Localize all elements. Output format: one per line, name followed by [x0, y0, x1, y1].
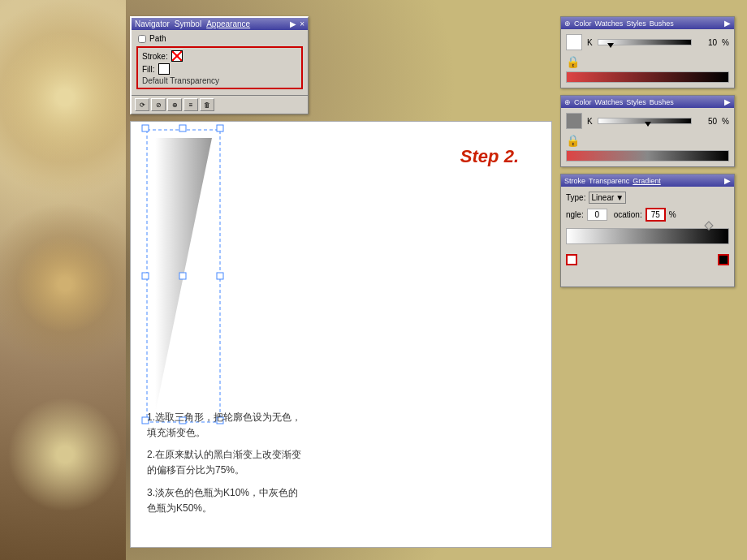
navigator-tab[interactable]: Navigator — [135, 19, 170, 28]
styles-tab-1[interactable]: Styles — [626, 19, 646, 28]
gradient-stop-left[interactable] — [566, 254, 577, 265]
bushes-tab-2[interactable]: Bushes — [650, 98, 674, 106]
appearance-tab[interactable]: Appearance — [206, 19, 250, 28]
percent-2: % — [722, 117, 729, 126]
default-transparency: Default Transparency — [142, 76, 297, 85]
path-label-row: Path — [136, 33, 303, 44]
right-panels: ⊕ Color Watches Styles Bushes ▶ K 10 % — [560, 16, 735, 548]
location-percent: % — [669, 210, 676, 219]
stroke-tab[interactable]: Stroke — [564, 177, 585, 185]
gradient-panel-arrow[interactable]: ▶ — [724, 176, 731, 185]
handle-tl[interactable] — [142, 125, 149, 131]
angle-location-row: ngle: 0 ocation: 75 % — [566, 208, 729, 222]
color-tab-1-label[interactable]: Color — [574, 19, 592, 28]
location-label: ocation: — [614, 210, 642, 219]
color-panel-1-body: K 10 % 🔒 — [561, 29, 734, 88]
type-label: Type: — [566, 193, 585, 202]
angle-value[interactable]: 0 — [587, 209, 607, 221]
handle-mr[interactable] — [179, 273, 186, 279]
appearance-panel-body: Path Stroke: Fill: Default Transparency — [132, 30, 308, 95]
gray-swatch-2[interactable] — [566, 113, 582, 129]
gradient-stop-right[interactable] — [718, 254, 729, 265]
color-panel-1: ⊕ Color Watches Styles Bushes ▶ K 10 % — [560, 16, 735, 88]
color-panel-2-titlebar: ⊕ Color Watches Styles Bushes ▶ — [561, 96, 734, 108]
color-slider-1[interactable] — [598, 39, 692, 45]
gradient-stop-row — [566, 254, 729, 265]
gradient-body: Type: Linear ▼ ngle: 0 ocation: 75 % — [561, 187, 734, 286]
transparency-tab[interactable]: Transparenc — [589, 177, 629, 185]
lock-icon-2: 🔒 — [566, 134, 580, 147]
gradient-tab[interactable]: Gradient — [633, 177, 661, 185]
angle-label: ngle: — [566, 210, 584, 219]
percent-1: % — [722, 38, 729, 47]
instruction-3: 3.淡灰色的色瓶为K10%，中灰色的 色瓶为K50%。 — [147, 485, 535, 516]
fill-label: Fill: — [142, 65, 155, 74]
toolbar-btn-2[interactable]: ⊘ — [151, 98, 166, 111]
toolbar-btn-4[interactable]: ≡ — [184, 98, 198, 111]
instruction-1: 1.选取三角形，把轮廓色设为无色， 填充渐变色。 — [147, 410, 535, 441]
appearance-panel: Navigator Symbol Appearance ▶ × Path Str… — [130, 16, 309, 114]
white-swatch-1[interactable] — [566, 34, 582, 50]
panel-close-icon[interactable]: × — [300, 19, 304, 28]
appearance-panel-titlebar: Navigator Symbol Appearance ▶ × — [132, 18, 308, 30]
k-label-2: K — [587, 117, 593, 126]
dropdown-arrow: ▼ — [615, 193, 624, 202]
drawing-canvas: Step 2. 1.选取三角形，把轮廓色设为无色， 填充渐变色。 2.在原来默认… — [130, 121, 552, 548]
watches-tab-1[interactable]: Watches — [595, 19, 624, 28]
gradient-panel-titlebar: Stroke Transparenc Gradient ▶ — [561, 174, 734, 187]
color-panel-1-titlebar: ⊕ Color Watches Styles Bushes ▶ — [561, 17, 734, 29]
toolbar-btn-5[interactable]: 🗑 — [200, 98, 214, 111]
canvas-area: Navigator Symbol Appearance ▶ × Path Str… — [130, 16, 552, 548]
color-value-1: 10 — [697, 38, 717, 47]
color-row-1: K 10 % — [566, 34, 729, 50]
path-checkbox[interactable] — [138, 35, 146, 43]
type-row: Type: Linear ▼ — [566, 192, 729, 204]
fill-swatch[interactable] — [158, 63, 170, 75]
gradient-full-bar — [566, 228, 729, 244]
color-value-2: 50 — [697, 117, 717, 126]
color-panel-2: ⊕ Color Watches Styles Bushes ▶ K 50 % — [560, 95, 735, 167]
gradient-bar-2 — [566, 150, 729, 162]
color-panel-2-body: K 50 % 🔒 — [561, 108, 734, 166]
path-label: Path — [149, 34, 166, 43]
handle-ml[interactable] — [142, 273, 149, 279]
k-label-1: K — [587, 38, 593, 47]
toolbar-btn-1[interactable]: ⟳ — [135, 98, 149, 111]
lock-icon-1: 🔒 — [566, 55, 580, 68]
stroke-label: Stroke: — [142, 52, 168, 61]
stroke-swatch[interactable] — [171, 50, 183, 62]
location-value[interactable]: 75 — [646, 208, 666, 222]
watches-tab-2[interactable]: Watches — [595, 98, 624, 106]
type-value: Linear — [591, 193, 614, 202]
color-panel-2-arrow[interactable]: ▶ — [724, 97, 731, 106]
gradient-bar-inner-1 — [566, 71, 729, 83]
main-content: Navigator Symbol Appearance ▶ × Path Str… — [130, 16, 735, 548]
color-slider-2[interactable] — [598, 118, 692, 124]
styles-tab-2[interactable]: Styles — [626, 98, 646, 106]
toolbar-btn-3[interactable]: ⊕ — [167, 98, 182, 111]
gradient-bar-inner-2 — [566, 150, 729, 162]
handle-mr2[interactable] — [217, 273, 223, 279]
bushes-tab-1[interactable]: Bushes — [650, 19, 674, 28]
symbol-tab[interactable]: Symbol — [175, 19, 201, 28]
color-panel-1-arrow[interactable]: ▶ — [724, 19, 731, 28]
instruction-2: 2.在原来默认的黑白渐变上改变渐变 的偏移百分比为75%。 — [147, 447, 535, 478]
instructions-block: 1.选取三角形，把轮廓色设为无色， 填充渐变色。 2.在原来默认的黑白渐变上改变… — [147, 410, 535, 523]
type-dropdown[interactable]: Linear ▼ — [589, 192, 626, 204]
appearance-panel-toolbar: ⟳ ⊘ ⊕ ≡ 🗑 — [132, 95, 308, 114]
stroke-row: Stroke: — [142, 50, 297, 62]
color-row-2: K 50 % — [566, 113, 729, 129]
handle-tc[interactable] — [179, 125, 186, 131]
left-photo-strip — [0, 0, 126, 560]
gradient-bar-1 — [566, 71, 729, 83]
panel-arrow-icon[interactable]: ▶ — [290, 19, 296, 28]
gradient-diamond[interactable] — [704, 221, 713, 230]
handle-tr[interactable] — [217, 125, 223, 131]
stroke-fill-section: Stroke: Fill: Default Transparency — [136, 46, 303, 89]
color-tab-2-label[interactable]: Color — [574, 98, 592, 106]
color-tab-2-color[interactable]: ⊕ — [564, 98, 571, 106]
gradient-panel: Stroke Transparenc Gradient ▶ Type: Line… — [560, 174, 735, 287]
fill-row: Fill: — [142, 63, 297, 75]
step-label: Step 2. — [460, 146, 519, 167]
color-tab-1-color[interactable]: ⊕ — [564, 19, 571, 28]
